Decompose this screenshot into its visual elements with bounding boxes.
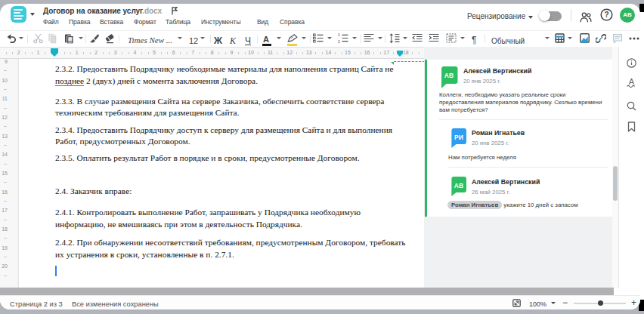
svg-text:РИ: РИ [454,134,463,141]
svg-text:АВ: АВ [454,182,463,189]
svg-text:?: ? [604,11,608,19]
svg-text:1: 1 [338,33,340,37]
svg-text:A: A [629,77,635,86]
svg-text:АВ: АВ [444,72,454,79]
svg-text:2: 2 [338,39,340,43]
